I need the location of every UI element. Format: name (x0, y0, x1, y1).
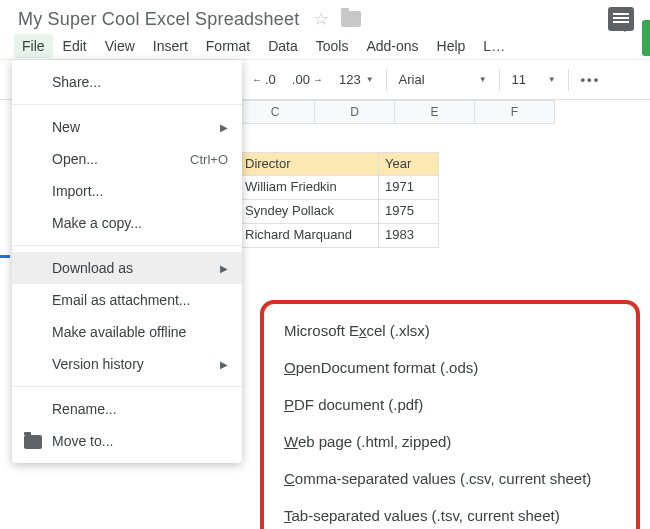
file-menu-version-history[interactable]: Version history▶ (12, 348, 242, 380)
cell-year[interactable]: 1983 (379, 224, 439, 248)
menu-separator (12, 386, 242, 387)
chevron-down-icon: ▼ (366, 75, 374, 84)
star-icon[interactable]: ☆ (313, 8, 329, 30)
column-headers: C D E F (235, 100, 555, 124)
file-menu-open[interactable]: Open...Ctrl+O (12, 143, 242, 175)
toolbar-divider (499, 69, 500, 91)
number-format-button[interactable]: 123▼ (333, 68, 380, 91)
file-menu-move-to[interactable]: Move to... (12, 425, 242, 457)
header-cell-director[interactable]: Director (239, 152, 379, 176)
cell-director[interactable]: Richard Marquand (239, 224, 379, 248)
folder-icon[interactable] (341, 11, 361, 27)
cell-director[interactable]: Syndey Pollack (239, 200, 379, 224)
menu-last[interactable]: L… (475, 34, 513, 58)
column-header-e[interactable]: E (395, 100, 475, 124)
menu-bar: File Edit View Insert Format Data Tools … (0, 32, 650, 60)
menu-edit[interactable]: Edit (55, 34, 95, 58)
data-grid: Director Year William Friedkin 1971 Synd… (239, 152, 439, 248)
file-menu-download-as[interactable]: Download as▶ (12, 252, 242, 284)
file-menu-email-attachment[interactable]: Email as attachment... (12, 284, 242, 316)
chevron-right-icon: ▶ (220, 359, 228, 370)
file-menu-share[interactable]: Share... (12, 66, 242, 98)
share-button-edge[interactable] (642, 20, 650, 56)
download-as-submenu: Microsoft Excel (.xlsx) OpenDocument for… (260, 300, 640, 529)
toolbar-divider (568, 69, 569, 91)
file-menu-make-copy[interactable]: Make a copy... (12, 207, 242, 239)
download-pdf[interactable]: PDF document (.pdf) (264, 386, 636, 423)
font-size-selector[interactable]: 11▼ (506, 68, 562, 91)
decrease-decimal-button[interactable]: ←.0 (246, 68, 282, 91)
keyboard-shortcut: Ctrl+O (190, 152, 228, 167)
menu-help[interactable]: Help (429, 34, 474, 58)
table-row: Syndey Pollack 1975 (239, 200, 439, 224)
font-selector[interactable]: Arial▼ (393, 68, 493, 91)
title-bar: My Super Cool Excel Spreadsheet ☆ (0, 0, 650, 32)
file-menu-new[interactable]: New▶ (12, 111, 242, 143)
column-header-f[interactable]: F (475, 100, 555, 124)
file-menu-rename[interactable]: Rename... (12, 393, 242, 425)
column-header-d[interactable]: D (315, 100, 395, 124)
download-ods[interactable]: OpenDocument format (.ods) (264, 349, 636, 386)
menu-file[interactable]: File (14, 34, 53, 58)
file-menu-available-offline[interactable]: Make available offline (12, 316, 242, 348)
cell-director[interactable]: William Friedkin (239, 176, 379, 200)
table-row: Richard Marquand 1983 (239, 224, 439, 248)
download-web[interactable]: Web page (.html, zipped) (264, 423, 636, 460)
chevron-right-icon: ▶ (220, 122, 228, 133)
chevron-right-icon: ▶ (220, 263, 228, 274)
file-menu-import[interactable]: Import... (12, 175, 242, 207)
menu-tools[interactable]: Tools (308, 34, 357, 58)
menu-addons[interactable]: Add-ons (358, 34, 426, 58)
file-menu-dropdown: Share... New▶ Open...Ctrl+O Import... Ma… (12, 60, 242, 463)
menu-view[interactable]: View (97, 34, 143, 58)
more-tools-button[interactable]: ••• (575, 68, 607, 91)
chevron-down-icon: ▼ (548, 75, 556, 84)
menu-separator (12, 245, 242, 246)
cell-year[interactable]: 1975 (379, 200, 439, 224)
header-cell-year[interactable]: Year (379, 152, 439, 176)
download-csv[interactable]: Comma-separated values (.csv, current sh… (264, 460, 636, 497)
increase-decimal-button[interactable]: .00→ (286, 68, 329, 91)
row-selection-indicator (0, 255, 10, 258)
menu-insert[interactable]: Insert (145, 34, 196, 58)
chevron-down-icon: ▼ (479, 75, 487, 84)
menu-separator (12, 104, 242, 105)
folder-icon (24, 435, 42, 449)
table-header-row: Director Year (239, 152, 439, 176)
toolbar-divider (386, 69, 387, 91)
cell-year[interactable]: 1971 (379, 176, 439, 200)
menu-data[interactable]: Data (260, 34, 306, 58)
menu-format[interactable]: Format (198, 34, 258, 58)
document-title[interactable]: My Super Cool Excel Spreadsheet (18, 9, 299, 30)
comments-icon[interactable] (608, 7, 634, 31)
table-row: William Friedkin 1971 (239, 176, 439, 200)
column-header-c[interactable]: C (235, 100, 315, 124)
download-xlsx[interactable]: Microsoft Excel (.xlsx) (264, 312, 636, 349)
download-tsv[interactable]: Tab-separated values (.tsv, current shee… (264, 497, 636, 529)
